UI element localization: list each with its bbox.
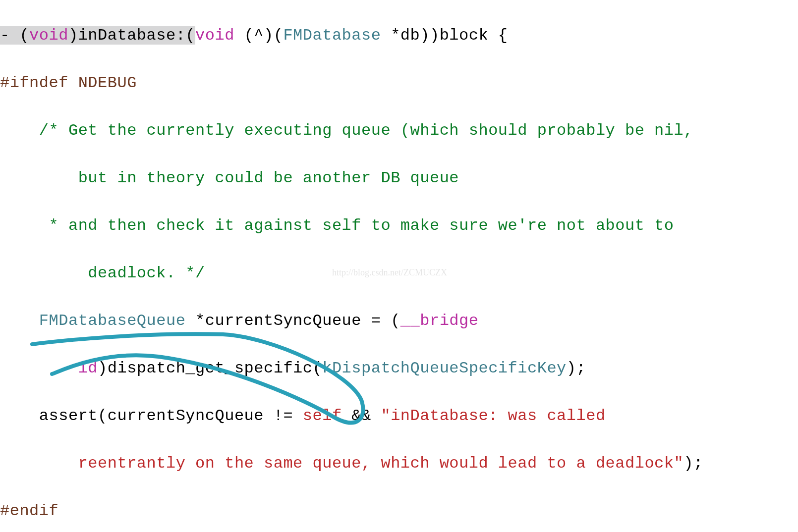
- code-line-4: * and then check it against self to make…: [0, 214, 798, 238]
- code-line-7: #endif: [0, 499, 798, 523]
- code-line-4b: deadlock. */: [0, 262, 798, 285]
- code-line-5: FMDatabaseQueue *currentSyncQueue = (__b…: [0, 309, 798, 333]
- code-line-2: #ifndef NDEBUG: [0, 71, 798, 95]
- code-block: - (void)inDatabase:(void (^)(FMDatabase …: [0, 0, 798, 532]
- code-line-1: - (void)inDatabase:(void (^)(FMDatabase …: [0, 24, 798, 48]
- code-line-3: /* Get the currently executing queue (wh…: [0, 119, 798, 143]
- code-line-6b: reentrantly on the same queue, which wou…: [0, 452, 798, 476]
- code-line-6: assert(currentSyncQueue != self && "inDa…: [0, 404, 798, 428]
- code-line-3b: but in theory could be another DB queue: [0, 166, 798, 190]
- code-line-5b: id)dispatch_get_specific(kDispatchQueueS…: [0, 357, 798, 380]
